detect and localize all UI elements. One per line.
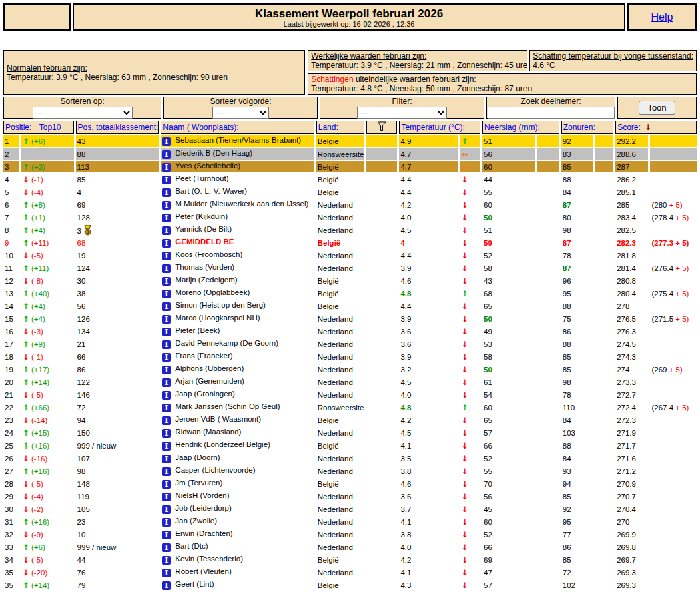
top10-cell: ↓ (-16) <box>21 453 73 464</box>
temp-trend-cell: ↓ <box>460 364 480 375</box>
naam-cell: IYannick (De Bilt) <box>161 224 314 236</box>
neerslag-value: 54 <box>484 391 492 399</box>
table-row: 23↓ (-14)94IJeroen VdB ( Waasmont)België… <box>3 414 697 426</box>
info-icon[interactable]: I <box>162 531 171 539</box>
pos-totaal-cell: 105 <box>76 503 159 515</box>
neerslag-extra-cell <box>537 376 559 388</box>
score-extra-cell <box>650 275 697 286</box>
top10-sort-link[interactable]: Top10 <box>39 123 61 132</box>
info-icon[interactable]: I <box>162 518 171 527</box>
info-icon[interactable]: I <box>162 378 171 387</box>
help-link[interactable]: Help <box>651 11 673 23</box>
land-cell: Nederland <box>316 351 364 362</box>
score-cell: 285.1 <box>615 186 648 198</box>
info-icon[interactable]: I <box>162 391 171 400</box>
filter-select[interactable]: --- <box>357 107 447 119</box>
info-icon[interactable]: I <box>162 429 171 438</box>
deelnemer-naam: Simon (Heist op den Berg) <box>175 301 266 309</box>
zonuren-sort-link[interactable]: Zonuren: <box>563 123 595 132</box>
toon-button[interactable]: Toon <box>639 101 675 115</box>
info-icon[interactable]: I <box>162 226 171 235</box>
temp-cell: 4.7 <box>399 148 458 160</box>
medal-icon: 3 <box>84 225 91 236</box>
zonuren-cell: 98 <box>561 224 593 236</box>
info-icon[interactable]: I <box>162 467 171 476</box>
filter-funnel-icon[interactable] <box>376 121 387 131</box>
neerslag-value: 60 <box>484 404 492 412</box>
info-icon[interactable]: I <box>162 214 171 222</box>
neerslag-extra-cell <box>537 351 559 362</box>
info-icon[interactable]: I <box>162 239 171 248</box>
top10-cell: ↑ (+15) <box>21 427 73 438</box>
filter-cell <box>366 186 397 198</box>
info-icon[interactable]: I <box>162 188 171 197</box>
neerslag-cell: 58 <box>482 262 535 274</box>
info-icon[interactable]: I <box>162 505 171 514</box>
sorteer-volgorde-select[interactable]: --- <box>212 107 269 119</box>
temp-trend-cell: ↔ <box>460 148 480 160</box>
pos-totaal-cell: 85 <box>76 174 159 185</box>
info-icon[interactable]: I <box>162 480 171 489</box>
pos-totaal-cell: 126 <box>76 313 159 324</box>
temp-cell: 4.6 <box>399 275 458 286</box>
trend-up-icon: ↑ <box>462 137 468 146</box>
zonuren-cell: 86 <box>561 326 593 337</box>
score-cell: 271.6 <box>615 453 648 464</box>
zonuren-value: 85 <box>563 493 571 501</box>
neerslag-extra-cell <box>537 224 559 236</box>
info-icon[interactable]: I <box>162 442 171 451</box>
info-icon[interactable]: I <box>162 137 171 146</box>
temp-cell: 3.2 <box>399 364 458 375</box>
naam-sort-link[interactable]: Naam ( Woonplaats): <box>163 123 238 132</box>
info-icon[interactable]: I <box>162 581 171 590</box>
info-icon[interactable]: I <box>162 340 171 349</box>
info-icon[interactable]: I <box>162 366 171 374</box>
temperatuur-sort-link[interactable]: Temperatuur (°C): <box>401 123 465 132</box>
info-icon[interactable]: I <box>162 264 171 273</box>
info-icon[interactable]: I <box>162 315 171 324</box>
zonuren-extra-cell <box>595 262 613 274</box>
info-icon[interactable]: I <box>162 150 171 159</box>
info-icon[interactable]: I <box>162 404 171 412</box>
zoek-deelnemer-box: Zoek deelnemer: <box>486 97 615 119</box>
deelnemer-naam: Pieter (Beek) <box>175 326 220 334</box>
info-icon[interactable]: I <box>162 556 171 565</box>
positie-cell: 21 <box>3 389 19 400</box>
top10-cell: ↑ (+66) <box>21 402 73 413</box>
zonuren-cell: 92 <box>561 135 593 147</box>
toon-box: Toon <box>617 97 697 119</box>
info-icon[interactable]: I <box>162 353 171 362</box>
temp-trend-cell: ↓ <box>460 224 480 236</box>
pos-totaal-sort-link[interactable]: Pos. totaalklassement: <box>78 123 159 132</box>
info-icon[interactable]: I <box>162 455 171 463</box>
neerslag-value: 58 <box>484 264 492 272</box>
sorteren-op-select[interactable]: --- <box>33 107 133 119</box>
temp-trend-cell: ↓ <box>460 262 480 274</box>
info-icon[interactable]: I <box>162 290 171 298</box>
info-icon[interactable]: I <box>162 416 171 425</box>
land-sort-link[interactable]: Land: <box>318 123 338 132</box>
table-row: 24↑ (+15)150IRidwan (Maasland)Nederland4… <box>3 427 697 438</box>
info-icon[interactable]: I <box>162 176 171 184</box>
neerslag-sort-link[interactable]: Neerslag (mm): <box>484 123 540 132</box>
schattingen-word: Schattingen <box>311 75 353 84</box>
table-row: 10↓ (-5)19IKoos (Froombosch)Nederland4.4… <box>3 250 697 261</box>
info-icon[interactable]: I <box>162 302 171 311</box>
info-icon[interactable]: I <box>162 493 171 501</box>
zoek-deelnemer-input[interactable] <box>488 107 615 119</box>
info-icon[interactable]: I <box>162 277 171 286</box>
trend-down-icon: ↓ <box>462 175 468 184</box>
score-extra-cell <box>650 326 697 337</box>
info-icon[interactable]: I <box>162 543 171 552</box>
pos-totaal-cell: 128 <box>76 212 159 223</box>
filter-cell <box>366 389 397 400</box>
score-sort-link[interactable]: Score: <box>617 123 641 132</box>
neerslag-value: 68 <box>484 290 492 298</box>
zonuren-extra-cell <box>595 554 613 565</box>
info-icon[interactable]: I <box>162 328 171 336</box>
info-icon[interactable]: I <box>162 569 171 577</box>
positie-sort-link[interactable]: Positie: <box>5 123 31 132</box>
info-icon[interactable]: I <box>162 201 171 210</box>
info-icon[interactable]: I <box>162 252 171 260</box>
info-icon[interactable]: I <box>162 163 171 172</box>
